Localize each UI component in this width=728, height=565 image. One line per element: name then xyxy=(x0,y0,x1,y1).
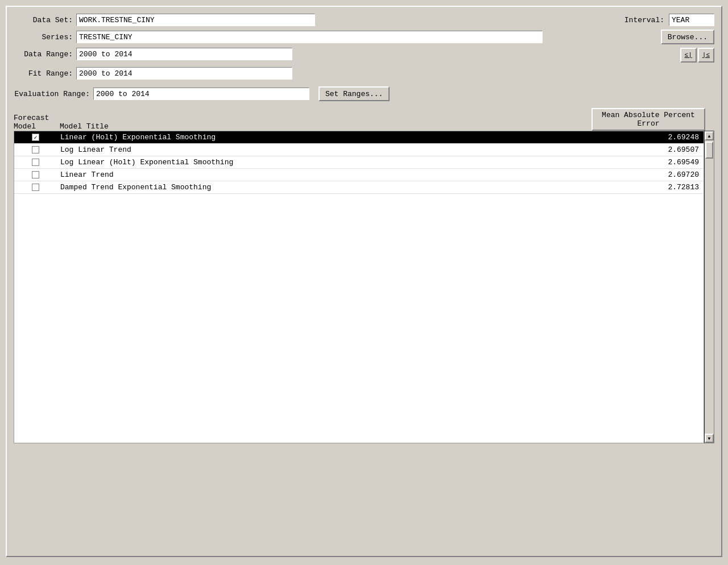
table-area: ✓ Linear (Holt) Exponential Smoothing 2.… xyxy=(14,131,714,443)
row-title-4: Linear Trend xyxy=(57,169,590,180)
icon-buttons-group: ≤| |≤ xyxy=(680,48,714,63)
model-col-label: Model xyxy=(14,122,56,131)
row-mape-2: 2.69507 xyxy=(590,144,704,155)
row-mape-5: 2.72813 xyxy=(590,182,704,193)
row-checkbox-1[interactable]: ✓ xyxy=(14,132,57,142)
series-input[interactable] xyxy=(76,31,543,43)
row-title-2: Log Linear Trend xyxy=(57,144,590,155)
row-checkbox-4[interactable] xyxy=(14,170,57,180)
ranges-icons-row: Data Range: Fit Range: Evaluation Range:… xyxy=(14,48,714,105)
fit-range-row: Fit Range: xyxy=(14,67,680,80)
mape-sort-button[interactable]: Mean Absolute Percent Error xyxy=(592,108,705,131)
interval-section: Interval: xyxy=(624,14,714,26)
series-section: Series: xyxy=(14,31,661,43)
dataset-interval-row: Data Set: Interval: xyxy=(14,14,714,26)
checkbox-5[interactable] xyxy=(32,184,39,191)
row-checkbox-3[interactable] xyxy=(14,157,57,167)
top-right-icons: ≤| |≤ xyxy=(680,48,714,63)
fit-range-label: Fit Range: xyxy=(14,69,76,78)
table-row[interactable]: Log Linear (Holt) Exponential Smoothing … xyxy=(14,156,704,169)
eval-range-label: Evaluation Range: xyxy=(14,90,93,98)
checkbox-3[interactable] xyxy=(32,159,39,166)
table-row[interactable]: Log Linear Trend 2.69507 xyxy=(14,144,704,156)
forecast-col-label: Forecast Model xyxy=(14,114,56,131)
set-ranges-button[interactable]: Set Ranges... xyxy=(318,86,390,101)
fit-range-input[interactable] xyxy=(76,67,292,80)
scroll-up-arrow[interactable]: ▲ xyxy=(705,131,714,140)
scroll-down-arrow[interactable]: ▼ xyxy=(705,434,714,443)
model-title-col-label: Model Title xyxy=(56,122,592,131)
row-mape-3: 2.69549 xyxy=(590,157,704,168)
ranges-section: Data Range: Fit Range: Evaluation Range:… xyxy=(14,48,680,105)
dataset-section: Data Set: xyxy=(14,14,624,26)
data-range-input[interactable] xyxy=(76,48,292,60)
series-row: Series: Browse... xyxy=(14,30,714,44)
eval-range-input[interactable] xyxy=(93,88,309,100)
browse-button[interactable]: Browse... xyxy=(661,30,714,44)
data-range-row: Data Range: xyxy=(14,48,680,60)
forecast-header-labels: Forecast Model Model Title Mean Absolute… xyxy=(14,108,714,131)
row-mape-4: 2.69720 xyxy=(590,169,704,180)
model-table[interactable]: ✓ Linear (Holt) Exponential Smoothing 2.… xyxy=(14,131,704,443)
row-title-3: Log Linear (Holt) Exponential Smoothing xyxy=(57,157,590,168)
scroll-track xyxy=(705,140,713,434)
browse-section: Browse... xyxy=(661,30,714,44)
series-label: Series: xyxy=(14,33,76,41)
row-checkbox-2[interactable] xyxy=(14,145,57,155)
icon-button-2[interactable]: |≤ xyxy=(698,48,714,63)
data-range-label: Data Range: xyxy=(14,50,76,59)
table-row[interactable]: Damped Trend Exponential Smoothing 2.728… xyxy=(14,181,704,194)
checkbox-2[interactable] xyxy=(32,146,39,153)
zoom-icon-1: ≤| xyxy=(685,52,692,59)
row-title-5: Damped Trend Exponential Smoothing xyxy=(57,182,590,193)
checkbox-4[interactable] xyxy=(32,171,39,178)
row-checkbox-5[interactable] xyxy=(14,182,57,192)
table-row[interactable]: Linear Trend 2.69720 xyxy=(14,169,704,181)
main-window: Data Set: Interval: Series: Browse... Da… xyxy=(6,6,722,557)
table-row[interactable]: ✓ Linear (Holt) Exponential Smoothing 2.… xyxy=(14,131,704,144)
checkbox-1[interactable]: ✓ xyxy=(32,134,39,141)
row-title-1: Linear (Holt) Exponential Smoothing xyxy=(57,132,590,143)
model-title-label: Model Title xyxy=(60,122,109,131)
dataset-input[interactable] xyxy=(76,14,315,26)
eval-range-row: Evaluation Range: Set Ranges... xyxy=(14,86,680,101)
scrollbar[interactable]: ▲ ▼ xyxy=(704,131,714,443)
mape-col-header: Mean Absolute Percent Error xyxy=(592,108,714,131)
icon-button-1[interactable]: ≤| xyxy=(680,48,697,63)
interval-label: Interval: xyxy=(624,16,664,24)
dataset-label: Data Set: xyxy=(14,16,76,24)
row-mape-1: 2.69248 xyxy=(590,132,704,143)
forecast-label: Forecast xyxy=(14,114,56,122)
scroll-thumb[interactable] xyxy=(705,142,713,159)
zoom-icon-2: |≤ xyxy=(702,52,710,59)
interval-input[interactable] xyxy=(669,14,714,26)
